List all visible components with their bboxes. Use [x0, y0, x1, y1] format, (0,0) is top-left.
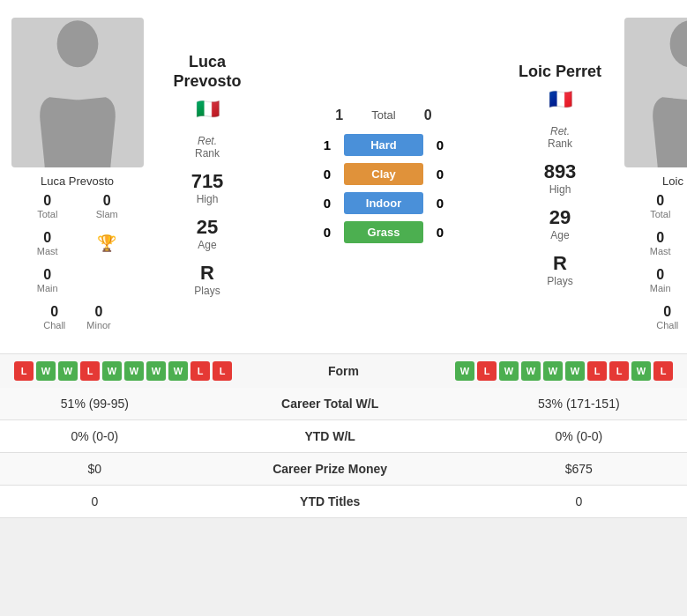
stat-center-label: Career Prize Money: [190, 453, 471, 486]
p1-slam-cell: 0 Slam: [78, 188, 138, 225]
clay-row: 0 Clay 0: [319, 163, 448, 185]
p1-total-cell: 0 Total: [18, 188, 78, 225]
p2-main-val: 0: [656, 267, 664, 283]
player1-age-lbl: Age: [198, 239, 216, 251]
form-badge: L: [190, 361, 210, 381]
p2-hard: 0: [432, 137, 448, 152]
p2-mast-cell: 0 Mast: [631, 225, 687, 262]
p1-trophy-icon: 🏆: [97, 234, 116, 253]
total-row: 1 Total 0: [335, 108, 431, 123]
form-badge: W: [565, 361, 585, 381]
player1-plays-val: R: [200, 262, 214, 285]
p1-main-lbl: Main: [37, 283, 58, 293]
stat-center-label: YTD W/L: [190, 420, 471, 453]
player2-high-val: 893: [544, 160, 577, 183]
svg-point-0: [56, 20, 98, 67]
clay-button[interactable]: Clay: [344, 163, 423, 185]
player2-age: 29 Age: [549, 206, 571, 241]
p1-grass: 0: [319, 225, 335, 240]
stat-right-val: $675: [471, 453, 687, 486]
grass-button[interactable]: Grass: [344, 221, 423, 243]
stat-left-val: 0% (0-0): [0, 420, 190, 453]
form-badge: W: [102, 361, 122, 381]
p2-indoor: 0: [432, 196, 448, 211]
form-badge: W: [543, 361, 563, 381]
p1-main-val: 0: [43, 267, 51, 283]
player2-name-top: Loic Perret: [519, 63, 601, 82]
p2-chall-val: 0: [663, 304, 671, 320]
p1-mast-val: 0: [43, 230, 51, 246]
stat-left-val: $0: [0, 453, 190, 486]
player1-plays: R Plays: [194, 262, 220, 297]
player1-silhouette: [11, 18, 144, 167]
p1-clay: 0: [319, 167, 335, 182]
form-badge: W: [36, 361, 56, 381]
form-badge: W: [58, 361, 78, 381]
player1-high: 715 High: [191, 170, 224, 205]
indoor-row: 0 Indoor 0: [319, 192, 448, 214]
stats-table: 51% (99-95) Career Total W/L 53% (171-15…: [0, 388, 687, 518]
player1-flag: 🇮🇹: [196, 98, 220, 121]
p1-chall-val: 0: [50, 304, 58, 320]
player2-plays-lbl: Plays: [547, 275, 572, 287]
player2-form-badges: WLWWWWLLWL: [455, 361, 673, 381]
form-badge: L: [609, 361, 629, 381]
form-badge: W: [499, 361, 519, 381]
hard-button[interactable]: Hard: [344, 134, 423, 156]
player1-stats-col: Luca Prevosto 🇮🇹 Ret. Rank 715 High 25 A…: [154, 9, 260, 345]
player2-avatar: [624, 18, 688, 167]
p2-total-cell: 0 Total: [631, 188, 687, 225]
middle-section: 1 Total 0 1 Hard 0 0 Clay 0 0 Indoor 0: [260, 9, 507, 345]
player1-name-under: Luca Prevosto: [41, 174, 114, 188]
indoor-button[interactable]: Indoor: [344, 192, 423, 214]
player1-avatar: [11, 18, 144, 167]
player2-rank-label: Ret.: [550, 125, 570, 137]
form-badge: L: [653, 361, 673, 381]
p1-chall-minor-cell: 0 Chall 0 Minor: [18, 299, 137, 336]
p2-mast-lbl: Mast: [650, 246, 671, 256]
player2-stats-col: Loic Perret 🇫🇷 Ret. Rank 893 High 29 Age…: [507, 9, 613, 345]
stats-row: 0 YTD Titles 0: [0, 486, 687, 518]
player2-flag: 🇫🇷: [549, 88, 572, 111]
player1-score-grid: 0 Total 0 Slam 0 Mast 🏆 0 Main: [9, 188, 146, 336]
p1-mast-cell: 0 Mast: [18, 225, 78, 262]
player1-plays-lbl: Plays: [194, 285, 220, 297]
stat-left-val: 51% (99-95): [0, 388, 190, 420]
form-badge: L: [80, 361, 100, 381]
player1-form-badges: LWWLWWWWLL: [14, 361, 232, 381]
p1-total-mid: 1: [335, 108, 343, 123]
player2-high: 893 High: [544, 160, 577, 196]
p1-chall-lbl: Chall: [43, 320, 65, 330]
player2-plays-val: R: [553, 252, 567, 275]
stat-center-label: YTD Titles: [190, 486, 471, 518]
p2-total-mid: 0: [424, 108, 432, 123]
player1-age: 25 Age: [197, 216, 218, 251]
p1-main-cell: 0 Main: [18, 262, 78, 299]
stat-right-val: 53% (171-151): [471, 388, 687, 420]
player1-rank-label: Ret.: [198, 135, 217, 147]
p2-total-val: 0: [656, 193, 664, 209]
p1-total-lbl: Total: [37, 209, 57, 219]
main-container: Luca Prevosto 0 Total 0 Slam 0 Mast 🏆: [0, 0, 687, 518]
stats-tbody: 51% (99-95) Career Total W/L 53% (171-15…: [0, 388, 687, 518]
p1-minor-val: 0: [95, 304, 103, 320]
p1-trophy-cell: 🏆: [78, 225, 138, 262]
p1-slam-val: 0: [103, 193, 111, 209]
player1-age-val: 25: [197, 216, 218, 239]
stat-center-label: Career Total W/L: [190, 388, 471, 420]
stat-left-val: 0: [0, 486, 190, 518]
p2-chall-lbl: Chall: [656, 320, 678, 330]
form-badge: L: [587, 361, 607, 381]
p2-grass: 0: [432, 225, 448, 240]
form-badge: W: [146, 361, 166, 381]
p2-total-lbl: Total: [650, 209, 670, 219]
p1-hard: 1: [319, 137, 335, 152]
p2-chall-minor-cell: 0 Chall 0 Minor: [631, 299, 687, 336]
player1-name-top: Luca Prevosto: [173, 53, 241, 91]
grass-row: 0 Grass 0: [319, 221, 448, 243]
form-badge: L: [213, 361, 232, 381]
form-badge: W: [124, 361, 144, 381]
stats-row: 51% (99-95) Career Total W/L 53% (171-15…: [0, 388, 687, 420]
player2-score-grid: 0 Total 0 Slam 0 Mast 🏆 0 Main: [622, 188, 687, 336]
player1-rank-sub: Rank: [195, 147, 220, 160]
